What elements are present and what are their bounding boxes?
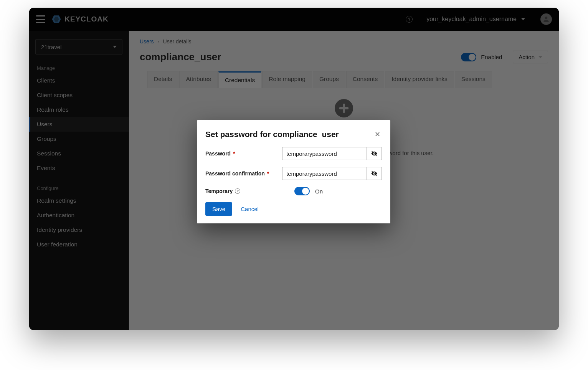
required-indicator: * <box>267 170 269 177</box>
cancel-button[interactable]: Cancel <box>241 206 259 212</box>
temporary-state: On <box>315 188 323 195</box>
temporary-toggle[interactable] <box>294 187 310 195</box>
temporary-label: Temporary ? <box>205 188 282 194</box>
toggle-password-visibility-icon[interactable] <box>367 167 382 180</box>
modal-title: Set password for compliance_user <box>205 130 339 139</box>
password-confirm-input[interactable] <box>282 167 367 180</box>
set-password-modal: Set password for compliance_user ✕ Passw… <box>197 120 390 223</box>
password-label: Password * <box>205 150 282 157</box>
password-input[interactable] <box>282 147 367 160</box>
toggle-password-visibility-icon[interactable] <box>367 147 382 160</box>
password-confirm-label: Password confirmation * <box>205 170 282 177</box>
required-indicator: * <box>233 150 235 157</box>
help-icon[interactable]: ? <box>235 188 240 194</box>
close-icon[interactable]: ✕ <box>373 129 382 140</box>
app-window: KEYCLOAK ? your_keycloak_admin_username … <box>29 8 559 330</box>
save-button[interactable]: Save <box>205 202 232 216</box>
